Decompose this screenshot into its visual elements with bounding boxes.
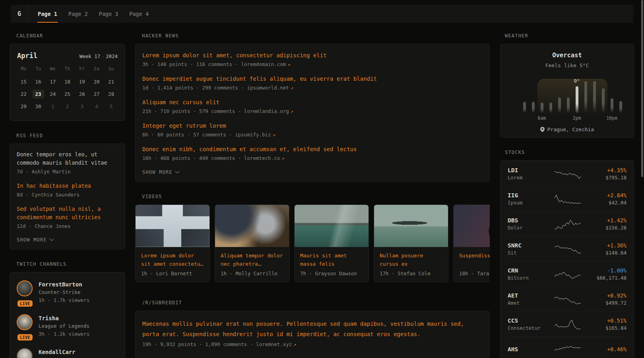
calendar-day-number: 24 xyxy=(47,90,59,99)
page-scrollbar[interactable] xyxy=(641,0,643,177)
calendar-day: 16 xyxy=(31,76,46,88)
weather-bar xyxy=(619,101,622,113)
video-card[interactable]: Nullam posuere cursus ex 17h · Stefan Co… xyxy=(374,204,448,282)
weather-bar xyxy=(611,98,613,113)
stock-row[interactable]: LDI Lorem +4.35% $795.18 xyxy=(508,161,627,186)
stock-change: +1.42% xyxy=(605,216,627,224)
video-thumbnail xyxy=(454,205,490,247)
rss-item-title[interactable]: In hac habitasse platea xyxy=(17,182,118,190)
stock-name: Amet xyxy=(508,300,554,307)
hackernews-item-title[interactable]: Aliquam nec cursus elit xyxy=(142,98,483,107)
calendar-day: 4 xyxy=(89,100,104,113)
avatar xyxy=(17,280,33,296)
hackernews-item: Donec imperdiet augue tincidunt felis al… xyxy=(142,75,483,91)
stock-row[interactable]: CCS Consectetur +0.51% $165.84 xyxy=(508,311,627,337)
stock-price: $148.64 xyxy=(605,249,627,257)
rss-item-title[interactable]: Donec tempor eros leo, ut commodo mauris… xyxy=(17,150,118,167)
stock-row[interactable]: DBS Dolor +1.42% $156.28 xyxy=(508,211,627,236)
external-link-icon: ↗ xyxy=(280,156,284,161)
twitch-game: League of Legends xyxy=(39,322,89,330)
twitch-viewers: 1h · 1.7k viewers xyxy=(39,296,89,304)
weather-bar xyxy=(567,97,570,113)
hackernews-item-title[interactable]: Donec imperdiet augue tincidunt felis al… xyxy=(142,75,483,83)
hackernews-item-title[interactable]: Integer eget rutrum lorem xyxy=(142,122,483,130)
calendar-week-year: Week 17·2024 xyxy=(80,53,118,59)
twitch-game: Counter-Strike xyxy=(39,288,89,296)
stock-row[interactable]: AET Amet +0.92% $499.72 xyxy=(508,286,627,311)
stock-price: $42.04 xyxy=(607,199,627,206)
weather-bar xyxy=(576,86,578,113)
nav-tab[interactable]: Page 1 xyxy=(32,5,63,23)
calendar-day: 26 xyxy=(75,88,89,100)
twitch-card: LIVE ForrestBurton Counter-Strike 1h · 1… xyxy=(10,272,125,358)
stock-row[interactable]: CRN Bitcorn -1.00% $66,171.48 xyxy=(508,261,627,286)
external-link-icon: ↗ xyxy=(289,85,293,91)
video-card-body: Nullam posuere cursus ex 17h · Stefan Co… xyxy=(374,247,448,282)
external-link-icon: ↗ xyxy=(289,109,293,114)
rss-item: Sed volutpat nulla nisl, a condimentum n… xyxy=(17,205,118,230)
nav-tab[interactable]: Page 2 xyxy=(63,5,93,23)
stocks-card: LDI Lorem +4.35% $795.18 IIG Ipsum xyxy=(500,160,634,358)
video-card[interactable]: Suspendisse diam 18h · Tara xyxy=(453,204,490,282)
stock-symbol: SNRC xyxy=(508,241,554,249)
stock-values: +0.51% $165.84 xyxy=(605,317,627,332)
stock-name: Consectetur xyxy=(508,325,554,332)
calendar-day: 1 xyxy=(45,100,60,113)
middle-column: HACKER NEWS Lorem ipsum dolor sit amet, … xyxy=(135,31,490,358)
subreddit-post-title[interactable]: Maecenas mollis pulvinar erat non posuer… xyxy=(142,319,483,339)
stock-price: $795.18 xyxy=(605,174,627,181)
nav-tab[interactable]: Page 3 xyxy=(93,5,124,23)
stock-symbol: IIG xyxy=(508,191,554,199)
rss-show-more-button[interactable]: SHOW MORE xyxy=(17,236,53,243)
stock-sparkline xyxy=(554,192,582,206)
hackernews-item-title[interactable]: Lorem ipsum dolor sit amet, consectetur … xyxy=(142,51,483,60)
weather-bar xyxy=(541,103,543,113)
video-card[interactable]: Mauris sit amet massa felis 7h · Grayson… xyxy=(294,204,369,282)
video-thumbnail xyxy=(215,205,289,247)
calendar-card: April Week 17·2024 MoTuWeThFrSaSu 15 xyxy=(10,44,125,121)
time-label: 6am xyxy=(538,115,546,121)
external-link-icon: ↗ xyxy=(292,342,296,347)
weekday-label: We xyxy=(45,66,60,76)
hackernews-item: Lorem ipsum dolor sit amet, consectetur … xyxy=(142,51,483,68)
hackernews-show-more-button[interactable]: SHOW MORE xyxy=(142,169,179,176)
twitch-channel-row[interactable]: LIVE Trisha League of Legends 3h · 1.2k … xyxy=(17,309,118,342)
video-card-body: Mauris sit amet massa felis 7h · Grayson… xyxy=(295,247,369,282)
subreddit-widget: /R/SUBREDDIT Maecenas mollis pulvinar er… xyxy=(135,298,490,358)
videos-section-title: VIDEOS xyxy=(142,192,490,199)
videos-widget: VIDEOS Lorem ipsum dolor sit amet consec… xyxy=(135,192,490,282)
rss-item-title[interactable]: Sed volutpat nulla nisl, a condimentum n… xyxy=(17,205,118,222)
twitch-section-title: TWITCH CHANNELS xyxy=(16,260,125,267)
twitch-channel-name: Trisha xyxy=(39,314,89,322)
calendar-day: 25 xyxy=(60,88,75,100)
stock-row[interactable]: IIG Ipsum +2.84% $42.04 xyxy=(508,186,627,211)
video-card[interactable]: Lorem ipsum dolor sit amet consectetu… 1… xyxy=(135,204,210,282)
stock-sparkline xyxy=(554,342,582,356)
hackernews-item-title[interactable]: Donec enim nibh, condimentum et accumsan… xyxy=(142,145,483,154)
nav-tab[interactable]: Page 4 xyxy=(124,5,154,23)
stock-row[interactable]: SNRC Sit +1.36% $148.64 xyxy=(508,236,627,261)
twitch-channel-info: KendallCarr xyxy=(39,348,76,358)
video-card[interactable]: Aliquam tempor dolor nec pharetra… 1h · … xyxy=(215,204,289,282)
video-meta: 1h · Molly Carrillo xyxy=(221,270,283,276)
right-column: WEATHER Overcast Feels like 5°C 9°6am2pm… xyxy=(500,31,634,358)
rss-section-title: RSS FEED xyxy=(16,131,125,138)
twitch-viewers: 3h · 1.2k viewers xyxy=(39,330,89,338)
stock-row[interactable]: AHS +0.46% xyxy=(508,337,627,358)
weather-bar xyxy=(593,81,596,113)
hackernews-widget: HACKER NEWS Lorem ipsum dolor sit amet, … xyxy=(135,31,490,182)
calendar-day-number: 17 xyxy=(47,77,59,86)
twitch-channel-row[interactable]: LIVE KendallCarr xyxy=(17,342,118,358)
rss-item-meta: 12d · Chance Jones xyxy=(17,223,118,230)
calendar-day-number: 27 xyxy=(90,90,103,99)
video-meta: 1h · Lori Barnett xyxy=(141,270,204,276)
rss-list: Donec tempor eros leo, ut commodo mauris… xyxy=(17,150,118,230)
stock-sparkline xyxy=(554,317,582,331)
video-thumbnail xyxy=(136,205,209,247)
app-logo[interactable]: G xyxy=(11,5,28,23)
stock-id: SNRC Sit xyxy=(508,241,554,257)
hackernews-meta-text: 3h · 148 points · 116 comments · loremdo… xyxy=(142,61,286,67)
stocks-widget: STOCKS LDI Lorem +4.35% $795.18 xyxy=(500,148,634,358)
calendar-day-number: 4 xyxy=(92,102,101,111)
twitch-channel-row[interactable]: LIVE ForrestBurton Counter-Strike 1h · 1… xyxy=(17,275,118,309)
